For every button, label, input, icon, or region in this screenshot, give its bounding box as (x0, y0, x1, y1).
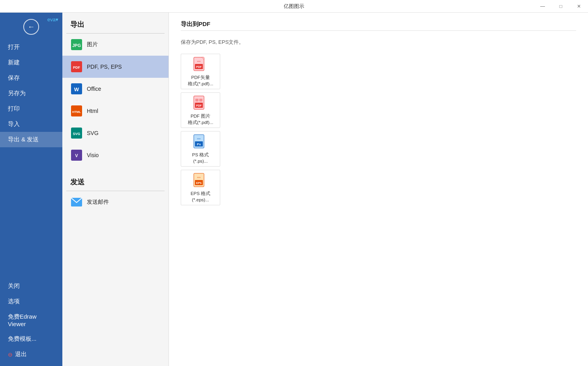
sidebar-item-export[interactable]: 导出 & 发送 (0, 132, 62, 147)
export-section-title: 导出 (62, 13, 169, 33)
export-label-pdf: PDF, PS, EPS (87, 64, 122, 70)
back-button[interactable]: ← (23, 19, 39, 35)
svg-text:Ps: Ps (197, 143, 201, 146)
word-icon: W (70, 83, 83, 95)
export-label-office: Office (87, 86, 101, 92)
sidebar-item-open[interactable]: 打开 (0, 39, 62, 55)
svg-text:≡≡≡: ≡≡≡ (197, 137, 201, 140)
card-pdf-image-label: PDF 图片格式(*.pdf)... (188, 113, 213, 126)
card-ps-label: PS 格式(*.ps)... (192, 152, 209, 164)
svg-text:SVG: SVG (73, 132, 80, 136)
sidebar-label-free-viewer: 免费Edraw Viewer (8, 313, 54, 327)
svg-text:JPG: JPG (72, 43, 81, 48)
export-label-visio: Visio (87, 152, 99, 158)
sidebar: ← eva▾ 打开 新建 保存 另存为 打印 导入 导出 & (0, 13, 62, 366)
svg-text:PDF: PDF (73, 66, 81, 69)
sidebar-item-free-template[interactable]: 免费模板... (0, 331, 62, 347)
export-item-html[interactable]: HTML Html (62, 100, 169, 122)
export-item-office[interactable]: W Office (62, 78, 169, 100)
sidebar-label-open: 打开 (8, 43, 20, 51)
sidebar-label-free-template: 免费模板... (8, 335, 37, 343)
svg-text:PDF: PDF (196, 66, 202, 68)
sidebar-label-close: 关闭 (8, 282, 20, 290)
card-pdf-image-icon: PDF (193, 96, 208, 111)
sidebar-item-print[interactable]: 打印 (0, 101, 62, 116)
export-label-image: 图片 (87, 41, 98, 48)
window-controls: — □ ✕ (534, 0, 588, 13)
quit-icon: ⊖ (8, 351, 13, 358)
card-eps-label: EPS 格式(*.eps)... (191, 190, 210, 203)
sidebar-label-import: 导入 (8, 120, 20, 128)
close-button[interactable]: ✕ (570, 0, 588, 13)
svg-text:PDF: PDF (196, 104, 202, 107)
svg-text:≡≡≡: ≡≡≡ (197, 60, 201, 62)
svg-text:≡≡≡: ≡≡≡ (197, 176, 201, 178)
card-eps[interactable]: EPS ≡≡≡ EPS 格式(*.eps)... (181, 170, 220, 205)
sidebar-item-new[interactable]: 新建 (0, 55, 62, 70)
app-body: ← eva▾ 打开 新建 保存 另存为 打印 导入 导出 & (0, 13, 588, 366)
card-ps-icon: Ps ≡≡≡ (193, 134, 208, 149)
visio-icon: V (70, 149, 83, 161)
sidebar-label-print: 打印 (8, 105, 20, 113)
sidebar-item-quit[interactable]: ⊖ 退出 (0, 347, 62, 362)
sidebar-label-save: 保存 (8, 74, 20, 82)
email-icon (70, 196, 83, 208)
content-description: 保存为PDF, PS, EPS文件。 (181, 39, 576, 46)
card-ps[interactable]: Ps ≡≡≡ PS 格式(*.ps)... (181, 131, 220, 167)
pdf-icon-small: PDF (70, 60, 83, 73)
sidebar-item-close[interactable]: 关闭 (0, 278, 62, 294)
sidebar-label-new: 新建 (8, 59, 20, 66)
export-item-pdf[interactable]: PDF PDF, PS, EPS (62, 56, 169, 78)
export-label-svg: SVG (87, 130, 99, 136)
export-label-email: 发送邮件 (87, 199, 109, 206)
svg-text:V: V (75, 153, 78, 158)
sidebar-nav: 打开 新建 保存 另存为 打印 导入 导出 & 发送 (0, 39, 62, 147)
export-item-email[interactable]: 发送邮件 (62, 191, 169, 213)
export-item-image[interactable]: JPG 图片 (62, 34, 169, 56)
card-pdf-vector-label: PDF矢量格式(*.pdf)... (188, 74, 213, 87)
minimize-button[interactable]: — (534, 0, 552, 13)
sidebar-label-options: 选项 (8, 298, 20, 305)
sidebar-item-options[interactable]: 选项 (0, 294, 62, 309)
middle-panel: 导出 JPG 图片 PDF PDF, PS, EPS (62, 13, 169, 366)
export-label-html: Html (87, 108, 98, 114)
send-section-title: 发送 (62, 170, 169, 191)
sidebar-bottom: 关闭 选项 免费Edraw Viewer 免费模板... ⊖ 退出 (0, 278, 62, 366)
svg-text:HTML: HTML (72, 110, 81, 114)
card-pdf-image[interactable]: PDF PDF 图片格式(*.pdf)... (181, 92, 220, 128)
sidebar-label-export: 导出 & 发送 (8, 136, 39, 143)
svg-rect-23 (195, 99, 198, 101)
maximize-button[interactable]: □ (552, 0, 570, 13)
sidebar-label-saveas: 另存为 (8, 90, 26, 97)
html-icon: HTML (70, 105, 83, 117)
jpg-icon: JPG (70, 38, 83, 51)
card-eps-icon: EPS ≡≡≡ (193, 173, 208, 188)
title-bar: 亿图图示 — □ ✕ (0, 0, 588, 13)
user-label[interactable]: eva▾ (47, 17, 58, 23)
svg-icon-item: SVG (70, 127, 83, 139)
export-item-svg[interactable]: SVG SVG (62, 122, 169, 144)
content-heading: 导出到PDF (181, 21, 576, 28)
content-panel: 导出到PDF 保存为PDF, PS, EPS文件。 PDF ≡≡≡ (169, 13, 588, 366)
card-pdf-vector-icon: PDF ≡≡≡ (193, 57, 208, 72)
content-top-divider (181, 30, 576, 31)
svg-rect-24 (199, 99, 202, 101)
sidebar-item-free-viewer[interactable]: 免费Edraw Viewer (0, 309, 62, 331)
sidebar-label-quit: 退出 (15, 351, 27, 358)
svg-text:EPS: EPS (196, 182, 202, 184)
app-title: 亿图图示 (284, 3, 304, 10)
export-item-visio[interactable]: V Visio (62, 144, 169, 166)
sidebar-item-import[interactable]: 导入 (0, 116, 62, 132)
card-pdf-vector[interactable]: PDF ≡≡≡ PDF矢量格式(*.pdf)... (181, 54, 220, 89)
back-icon: ← (28, 23, 35, 31)
sidebar-item-save[interactable]: 保存 (0, 70, 62, 86)
svg-text:W: W (74, 86, 79, 92)
sidebar-item-saveas[interactable]: 另存为 (0, 86, 62, 101)
export-cards: PDF ≡≡≡ PDF矢量格式(*.pdf)... PDF (181, 54, 576, 205)
